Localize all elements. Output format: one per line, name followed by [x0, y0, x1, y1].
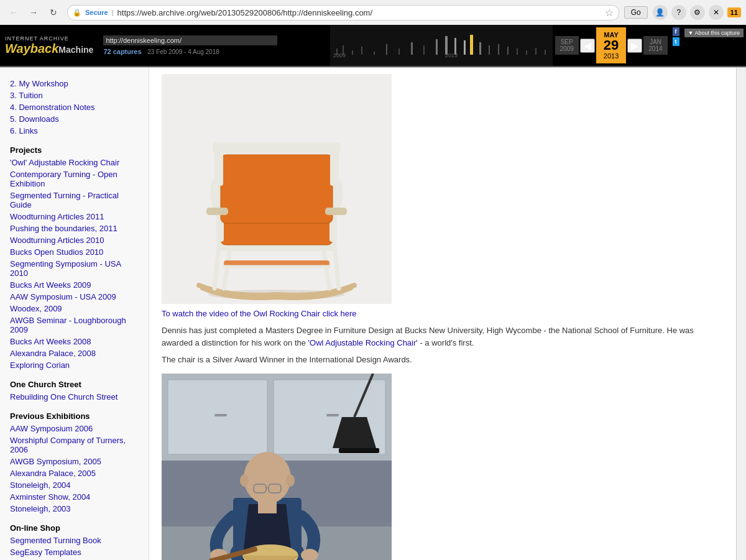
- svg-rect-21: [535, 48, 536, 55]
- sidebar-item-bucks-art-2009[interactable]: Bucks Art Weeks 2009: [0, 279, 149, 291]
- svg-rect-14: [470, 35, 473, 55]
- sidebar-item-woodturning-2010[interactable]: Woodturning Articles 2010: [0, 234, 149, 246]
- sidebar-item-segmenting-symposium[interactable]: Segmenting Symposium - USA 2010: [0, 258, 149, 279]
- sidebar-item-bucks-art-2008[interactable]: Bucks Art Weeks 2008: [0, 336, 149, 347]
- sidebar-item-awgb-2005[interactable]: AWGB Symposium, 2005: [0, 456, 149, 467]
- svg-point-70: [286, 474, 295, 487]
- help-icon[interactable]: ?: [671, 5, 686, 20]
- svg-point-69: [240, 474, 249, 487]
- svg-rect-43: [213, 142, 341, 154]
- svg-rect-6: [386, 44, 387, 55]
- lock-icon: 🔒: [73, 9, 81, 17]
- svg-rect-18: [507, 47, 509, 55]
- sidebar: 2. My Workshop 3. Tuition 4. Demonstrati…: [0, 68, 149, 560]
- svg-rect-3: [352, 50, 353, 55]
- sidebar-item-aaw-2006[interactable]: AAW Symposium 2006: [0, 423, 149, 434]
- sidebar-item-woodex[interactable]: Woodex, 2009: [0, 303, 149, 314]
- wayback-url-section: 72 captures 23 Feb 2009 - 4 Aug 2018: [98, 25, 330, 66]
- sidebar-item-demo-notes[interactable]: 4. Demonstration Notes: [0, 101, 149, 113]
- go-button[interactable]: Go: [624, 6, 648, 19]
- sidebar-item-workshop[interactable]: 2. My Workshop: [0, 78, 149, 90]
- svg-rect-58: [339, 448, 379, 453]
- sidebar-item-woodturning-2011[interactable]: Woodturning Articles 2011: [0, 211, 149, 223]
- sidebar-item-rebuilding[interactable]: Rebuilding One Church Street: [0, 391, 149, 403]
- svg-rect-10: [436, 39, 438, 55]
- svg-rect-52: [214, 414, 227, 416]
- bookmark-button[interactable]: ☆: [605, 7, 614, 19]
- sidebar-item-stoneleigh-2004[interactable]: Stoneleigh, 2004: [0, 479, 149, 491]
- svg-rect-39: [221, 155, 333, 223]
- video-link[interactable]: To watch the video of the Owl Rocking Ch…: [162, 309, 724, 318]
- wayback-timeline: 2009 2013 2014: [330, 25, 552, 66]
- sidebar-item-exploring-corian[interactable]: Exploring Corian: [0, 359, 149, 371]
- about-capture-button[interactable]: ▼ About this capture: [684, 29, 744, 37]
- svg-rect-0: [330, 33, 552, 58]
- sidebar-item-bucks-open[interactable]: Bucks Open Studios 2010: [0, 246, 149, 258]
- sidebar-item-tuition[interactable]: 3. Tuition: [0, 90, 149, 101]
- back-button[interactable]: ←: [5, 4, 22, 21]
- browser-icons: 👤 ? ⚙ ✕ 11: [653, 5, 741, 20]
- shop-title: On-line Shop: [0, 520, 149, 535]
- workshop-image: [162, 374, 392, 560]
- ia-text: INTERNET ARCHIVE: [5, 35, 93, 42]
- sidebar-item-alexandra-2005[interactable]: Alexandra Palace, 2005: [0, 467, 149, 479]
- current-day: 29: [604, 39, 619, 52]
- sidebar-item-aaw-2009[interactable]: AAW Symposium - USA 2009: [0, 291, 149, 303]
- svg-rect-16: [489, 45, 490, 55]
- workshop-svg: [162, 374, 392, 560]
- description-text-end: - a world's first.: [418, 338, 474, 347]
- owl-chair-link[interactable]: 'Owl Adjustable Rocking Chair': [308, 338, 418, 347]
- sidebar-item-contemporary-turning[interactable]: Contemporary Turning - Open Exhibition: [0, 168, 149, 190]
- sidebar-item-links[interactable]: 6. Links: [0, 125, 149, 137]
- profile-icon[interactable]: 👤: [653, 5, 668, 20]
- wayback-url-input[interactable]: [103, 35, 277, 45]
- svg-rect-71: [258, 501, 277, 513]
- browser-toolbar: ← → ↻ 🔒 Secure | https://web.archive.org…: [0, 0, 746, 25]
- svg-rect-22: [545, 50, 546, 55]
- description-paragraph: Dennis has just completed a Masters Degr…: [162, 324, 724, 349]
- sidebar-item-stoneleigh-2003[interactable]: Stoneleigh, 2003: [0, 503, 149, 515]
- sep-month: SEP: [560, 39, 574, 45]
- settings-icon[interactable]: ⚙: [690, 5, 705, 20]
- sidebar-item-alexandra-2008[interactable]: Alexandra Palace, 2008: [0, 347, 149, 359]
- scrollbar[interactable]: [736, 68, 746, 560]
- sidebar-item-pushing-boundaries[interactable]: Pushing the boundaries, 2011: [0, 223, 149, 234]
- svg-rect-44: [206, 208, 228, 215]
- sidebar-item-segmented-book[interactable]: Segmented Turning Book: [0, 535, 149, 546]
- one-church-title: One Church Street: [0, 376, 149, 391]
- sidebar-item-axminster[interactable]: Axminster Show, 2004: [0, 491, 149, 503]
- sidebar-item-segeasy[interactable]: SegEasy Templates: [0, 546, 149, 558]
- svg-text:2013: 2013: [445, 52, 458, 58]
- forward-button[interactable]: →: [25, 4, 42, 21]
- svg-rect-5: [374, 52, 375, 55]
- captures-count[interactable]: 72 captures: [103, 48, 141, 55]
- close-icon[interactable]: ✕: [709, 5, 724, 20]
- reload-button[interactable]: ↻: [45, 4, 62, 21]
- wayback-date-section: SEP 2009 ◀ MAY 29 2013 ▶ JAN 2014: [553, 25, 670, 66]
- url-separator: |: [112, 9, 114, 16]
- twitter-button[interactable]: t: [673, 37, 679, 46]
- svg-rect-9: [423, 45, 425, 55]
- jan-date-box: JAN 2014: [643, 36, 667, 55]
- sidebar-item-awgb-loughborough[interactable]: AWGB Seminar - Loughborough 2009: [0, 314, 149, 336]
- svg-rect-7: [398, 48, 400, 55]
- wayback-captures: 72 captures 23 Feb 2009 - 4 Aug 2018: [103, 47, 325, 56]
- sidebar-item-worshipful[interactable]: Worshipful Company of Turners, 2006: [0, 434, 149, 456]
- svg-rect-35: [221, 223, 333, 245]
- projects-section-title: Projects: [0, 142, 149, 157]
- prev-month-button[interactable]: ◀: [580, 39, 595, 53]
- tab-count: 11: [727, 7, 741, 17]
- sidebar-item-downloads[interactable]: 5. Downloads: [0, 113, 149, 125]
- svg-rect-53: [326, 414, 339, 416]
- chair-svg: [162, 74, 392, 304]
- facebook-button[interactable]: f: [673, 27, 679, 36]
- sidebar-item-segmented-turning-guide[interactable]: Segmented Turning - Practical Guide: [0, 190, 149, 211]
- svg-rect-20: [526, 50, 527, 55]
- svg-rect-4: [361, 47, 362, 55]
- nav-buttons: ← → ↻: [5, 4, 62, 21]
- sidebar-item-owl-chair[interactable]: 'Owl' Adjustable Rocking Chair: [0, 157, 149, 168]
- next-month-button[interactable]: ▶: [627, 39, 642, 53]
- secure-text: Secure: [85, 9, 108, 16]
- jan-year: 2014: [648, 45, 662, 52]
- about-section: ▼ About this capture: [682, 25, 746, 66]
